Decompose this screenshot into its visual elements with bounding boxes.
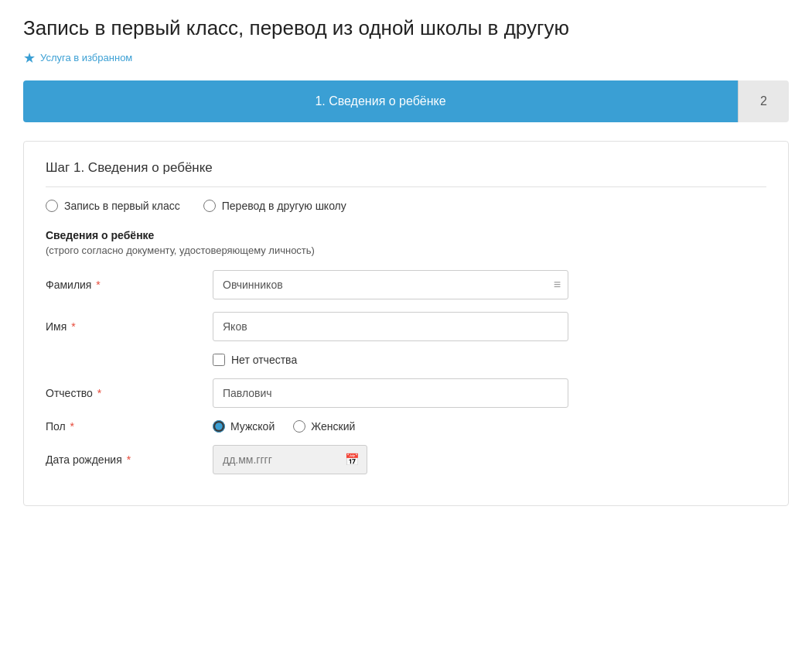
form-section-title: Шаг 1. Сведения о ребёнке (46, 160, 766, 187)
star-icon[interactable]: ★ (23, 50, 36, 67)
gender-label: Пол * (46, 420, 200, 433)
patronymic-row: Отчество * (46, 378, 766, 408)
favorite-row: ★ Услуга в избранном (23, 50, 789, 67)
child-info-subtitle: Сведения о ребёнке (46, 229, 766, 241)
gender-female-input[interactable] (293, 420, 305, 433)
step-1-active[interactable]: 1. Сведения о ребёнке (23, 80, 738, 122)
lastname-row: Фамилия * ≡ (46, 270, 766, 299)
no-patronymic-checkbox[interactable] (213, 354, 225, 366)
lastname-input[interactable] (213, 270, 568, 299)
birthdate-row: Дата рождения * 📅 (46, 445, 766, 474)
birthdate-required: * (124, 453, 131, 466)
birthdate-input-wrapper: 📅 (213, 445, 367, 474)
form-card: Шаг 1. Сведения о ребёнке Запись в первы… (23, 141, 789, 506)
firstname-input[interactable] (213, 312, 568, 341)
service-type-radio-group: Запись в первый класс Перевод в другую ш… (46, 200, 766, 212)
gender-male-input[interactable] (213, 420, 225, 433)
gender-female-label: Женский (311, 420, 355, 433)
lastname-required: * (93, 279, 100, 291)
gender-radio-group: Мужской Женский (213, 420, 355, 433)
child-info-note: (строго согласно документу, удостоверяющ… (46, 245, 766, 256)
patronymic-required: * (94, 387, 101, 399)
firstname-row: Имя * (46, 312, 766, 341)
radio-transfer-label: Перевод в другую школу (222, 200, 346, 212)
firstname-label: Имя * (46, 320, 200, 333)
radio-first-class-input[interactable] (46, 200, 58, 212)
patronymic-label: Отчество * (46, 387, 200, 399)
steps-bar: 1. Сведения о ребёнке 2 (23, 80, 789, 122)
gender-row: Пол * Мужской Женский (46, 420, 766, 433)
radio-first-class[interactable]: Запись в первый класс (46, 200, 180, 212)
calendar-icon[interactable]: 📅 (345, 453, 360, 467)
firstname-required: * (68, 320, 75, 333)
favorite-label: Услуга в избранном (40, 52, 132, 63)
lastname-label: Фамилия * (46, 279, 200, 291)
radio-first-class-label: Запись в первый класс (64, 200, 180, 212)
gender-female-option[interactable]: Женский (293, 420, 355, 433)
page-title: Запись в первый класс, перевод из одной … (23, 15, 789, 42)
lastname-input-wrapper: ≡ (213, 270, 568, 299)
radio-transfer-input[interactable] (203, 200, 216, 212)
no-patronymic-row: Нет отчества (213, 354, 766, 366)
birthdate-input[interactable] (213, 445, 367, 474)
page-wrapper: Запись в первый класс, перевод из одной … (0, 0, 812, 650)
gender-male-option[interactable]: Мужской (213, 420, 275, 433)
step-2-next[interactable]: 2 (738, 80, 789, 122)
gender-required: * (67, 420, 74, 433)
radio-transfer[interactable]: Перевод в другую школу (203, 200, 346, 212)
birthdate-label: Дата рождения * (46, 453, 200, 466)
gender-male-label: Мужской (230, 420, 275, 433)
menu-icon: ≡ (554, 278, 561, 292)
no-patronymic-label: Нет отчества (231, 354, 297, 366)
patronymic-input[interactable] (213, 378, 568, 408)
